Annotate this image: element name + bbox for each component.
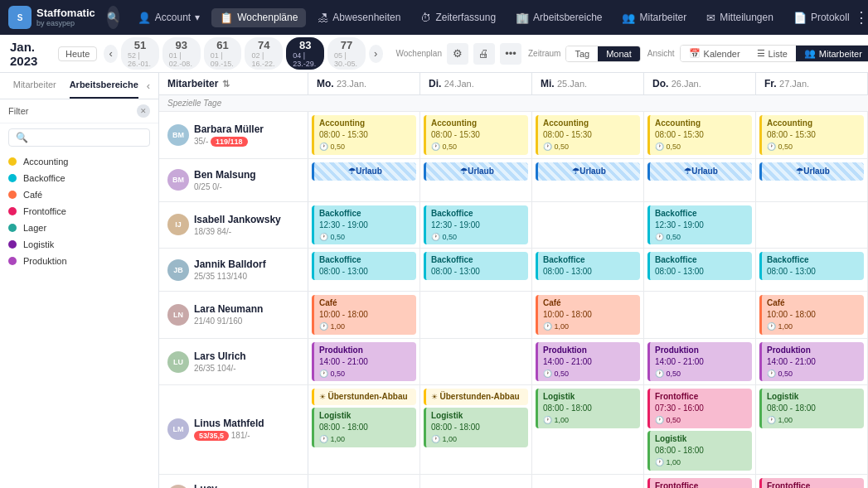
prev-week-button[interactable]: ‹ xyxy=(104,45,118,63)
day-cell[interactable]: Logistik08:00 - 18:00🕐 1,00 xyxy=(756,385,868,473)
day-cell[interactable]: Backoffice08:00 - 13:00 xyxy=(644,249,756,291)
filter-search-box[interactable]: 🔍 xyxy=(8,128,150,147)
today-button[interactable]: Heute xyxy=(58,46,97,61)
week-chip-4[interactable]: 8304 | 23.-29. xyxy=(286,37,324,70)
day-cell[interactable]: Backoffice08:00 - 13:00 xyxy=(420,249,532,291)
nav-arbeitsbereiche[interactable]: 🏢 Arbeitsbereiche xyxy=(507,8,610,27)
sort-icon[interactable]: ⇅ xyxy=(222,79,230,89)
shift-card[interactable]: Accounting08:00 - 15:30🕐 0,50 xyxy=(312,115,416,155)
shift-card[interactable]: Backoffice08:00 - 13:00 xyxy=(312,252,416,280)
more-wochenplan-button[interactable]: ••• xyxy=(500,43,521,65)
day-cell[interactable]: Backoffice08:00 - 13:00 xyxy=(308,249,420,291)
day-cell[interactable] xyxy=(644,292,756,338)
day-cell[interactable]: Produktion14:00 - 21:00🕐 0,50 xyxy=(756,339,868,385)
week-chip-0[interactable]: 5152 | 26.-01. xyxy=(121,37,159,70)
shift-card[interactable]: Produktion14:00 - 21:00🕐 0,50 xyxy=(312,342,416,382)
shift-card[interactable]: Logistik08:00 - 18:00🕐 1,00 xyxy=(759,389,864,428)
day-cell[interactable]: Produktion14:00 - 21:00🕐 0,50 xyxy=(532,339,644,385)
tab-liste[interactable]: ☰ Liste xyxy=(749,46,796,61)
day-cell[interactable]: ☀ Überstunden-AbbauLogistik08:00 - 18:00… xyxy=(308,385,420,473)
next-week-button[interactable]: › xyxy=(369,45,383,63)
shift-card[interactable]: ☂ Urlaub xyxy=(647,162,752,181)
shift-card[interactable]: Backoffice08:00 - 13:00 xyxy=(647,252,752,280)
week-chip-1[interactable]: 9301 | 02.-08. xyxy=(162,37,201,70)
day-cell[interactable]: Backoffice12:30 - 19:00🕐 0,50 xyxy=(308,202,420,249)
shift-card[interactable]: ☀ Überstunden-Abbau xyxy=(312,389,416,405)
tab-monat[interactable]: Monat xyxy=(598,46,640,61)
week-chip-2[interactable]: 6101 | 09.-15. xyxy=(204,37,242,70)
shift-card[interactable]: Backoffice12:30 - 19:00🕐 0,50 xyxy=(312,205,416,245)
day-cell[interactable]: Backoffice12:30 - 19:00🕐 0,50 xyxy=(420,202,532,249)
day-cell[interactable] xyxy=(420,339,532,385)
day-cell[interactable]: Backoffice08:00 - 13:00 xyxy=(532,249,644,291)
nav-wochenplane[interactable]: 📋 Wochenpläne xyxy=(211,8,306,27)
tab-mitarbeiter-view[interactable]: 👥 Mitarbeiter xyxy=(796,46,868,61)
shift-card[interactable]: ☀ Überstunden-Abbau xyxy=(424,389,528,405)
sidebar-collapse-button[interactable]: ‹ xyxy=(138,73,158,99)
shift-card[interactable]: Produktion14:00 - 21:00🕐 0,50 xyxy=(647,342,752,382)
legend-item-accounting[interactable]: Accounting xyxy=(8,155,150,168)
shift-card[interactable]: Produktion14:00 - 21:00🕐 0,50 xyxy=(759,342,864,382)
gear-button[interactable]: ⚙ xyxy=(447,43,468,65)
shift-card[interactable]: Accounting08:00 - 15:30🕐 0,50 xyxy=(759,115,864,155)
nav-mitteilungen[interactable]: ✉ Mitteilungen xyxy=(698,8,782,27)
day-cell[interactable]: Accounting08:00 - 15:30🕐 0,50 xyxy=(532,112,644,158)
shift-card[interactable]: Accounting08:00 - 15:30🕐 0,50 xyxy=(536,115,640,155)
day-cell[interactable]: Accounting08:00 - 15:30🕐 0,50 xyxy=(308,112,420,158)
day-cell[interactable]: ☂ Urlaub xyxy=(308,159,420,201)
tab-tag[interactable]: Tag xyxy=(566,46,598,61)
shift-card[interactable]: Logistik08:00 - 18:00🕐 1,00 xyxy=(647,431,752,471)
nav-zeiterfassung[interactable]: ⏱ Zeiterfassung xyxy=(412,8,504,27)
day-cell[interactable]: Café10:00 - 18:00🕐 1,00 xyxy=(756,292,868,338)
day-cell[interactable]: ☂ Urlaub xyxy=(532,159,644,201)
day-cell[interactable]: Backoffice12:30 - 19:00🕐 0,50 xyxy=(644,202,756,249)
day-cell[interactable]: Backoffice08:00 - 13:00 xyxy=(756,249,868,291)
shift-card[interactable]: Logistik08:00 - 18:00🕐 1,00 xyxy=(536,389,640,428)
more-options-button[interactable]: ⋮⋮⋮ xyxy=(865,6,868,29)
nav-mitarbeiter[interactable]: 👥 Mitarbeiter xyxy=(613,8,695,27)
shift-card[interactable]: ☂ Urlaub xyxy=(312,162,416,181)
shift-card[interactable]: Accounting08:00 - 15:30🕐 0,50 xyxy=(424,115,528,155)
nav-account[interactable]: 👤 Account ▾ xyxy=(129,8,208,27)
day-cell[interactable]: ☀ Überstunden-AbbauLogistik08:00 - 18:00… xyxy=(420,385,532,473)
shift-card[interactable]: ☂ Urlaub xyxy=(536,162,640,181)
shift-card[interactable]: Backoffice08:00 - 13:00 xyxy=(536,252,640,280)
print-button[interactable]: 🖨 xyxy=(473,43,495,65)
shift-card[interactable]: Frontoffice07:30 - ... xyxy=(647,478,752,488)
day-cell[interactable]: Frontoffice07:30 - 16:00🕐 0,50Logistik08… xyxy=(644,385,756,473)
shift-card[interactable]: Accounting08:00 - 15:30🕐 0,50 xyxy=(647,115,752,155)
legend-item-produktion[interactable]: Produktion xyxy=(8,254,150,268)
day-cell[interactable]: Produktion14:00 - 21:00🕐 0,50 xyxy=(308,339,420,385)
shift-card[interactable]: Backoffice08:00 - 13:00 xyxy=(759,252,864,280)
nav-protokoll[interactable]: 📄 Protokoll xyxy=(785,8,858,27)
legend-item-café[interactable]: Café xyxy=(8,188,150,201)
day-cell[interactable] xyxy=(532,202,644,249)
legend-item-frontoffice[interactable]: Frontoffice xyxy=(8,205,150,218)
day-cell[interactable]: Café10:00 - 18:00🕐 1,00 xyxy=(308,292,420,338)
day-cell[interactable]: Produktion14:00 - 21:00🕐 0,50 xyxy=(644,339,756,385)
shift-card[interactable]: ☂ Urlaub xyxy=(424,162,528,181)
week-chip-3[interactable]: 7402 | 16.-22. xyxy=(245,37,283,70)
sidebar-tab-arbeitsbereiche[interactable]: Arbeitsbereiche xyxy=(70,73,139,99)
day-cell[interactable]: ☂ Urlaub xyxy=(420,159,532,201)
legend-item-logistik[interactable]: Logistik xyxy=(8,238,150,251)
day-cell[interactable] xyxy=(532,475,644,488)
shift-card[interactable]: ☂ Urlaub xyxy=(759,162,864,181)
day-cell[interactable]: Café10:00 - 18:00🕐 1,00 xyxy=(532,292,644,338)
day-cell[interactable] xyxy=(756,202,868,249)
shift-card[interactable]: Backoffice12:30 - 19:00🕐 0,50 xyxy=(424,205,528,245)
day-cell[interactable]: ☂ Urlaub xyxy=(756,159,868,201)
filter-search-input[interactable] xyxy=(32,133,143,143)
shift-card[interactable]: Produktion14:00 - 21:00🕐 0,50 xyxy=(536,342,640,382)
shift-card[interactable]: Logistik08:00 - 18:00🕐 1,00 xyxy=(312,408,416,447)
day-cell[interactable]: Frontoffice07:30 - ... xyxy=(644,475,756,488)
legend-item-lager[interactable]: Lager xyxy=(8,221,150,234)
search-button[interactable]: 🔍 xyxy=(107,6,119,29)
day-cell[interactable]: Frontoffice07:30 - ... xyxy=(756,475,868,488)
shift-card[interactable]: Café10:00 - 18:00🕐 1,00 xyxy=(536,295,640,335)
filter-clear-button[interactable]: ✕ xyxy=(137,104,150,118)
day-cell[interactable]: Accounting08:00 - 15:30🕐 0,50 xyxy=(644,112,756,158)
week-chip-5[interactable]: 7705 | 30.-05. xyxy=(327,37,366,70)
shift-card[interactable]: Backoffice12:30 - 19:00🕐 0,50 xyxy=(647,205,752,245)
day-cell[interactable]: ☂ Urlaub xyxy=(644,159,756,201)
